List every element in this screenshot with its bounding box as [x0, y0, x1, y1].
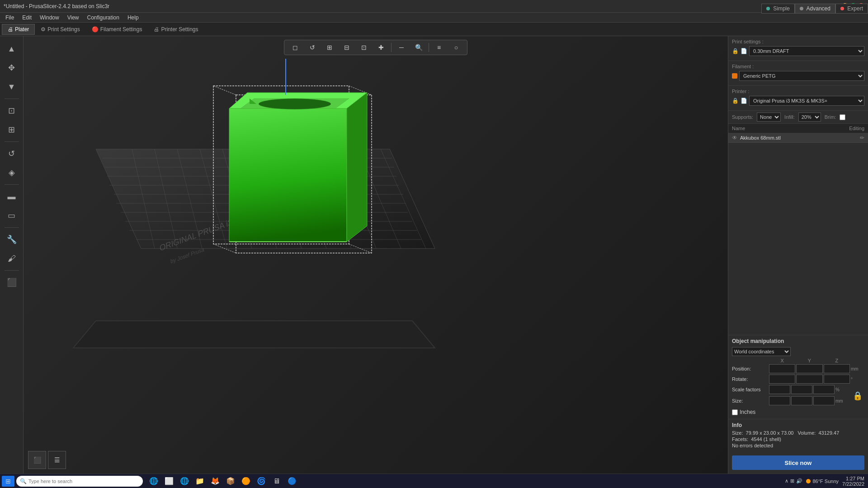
menu-configuration[interactable]: Configuration — [84, 14, 123, 22]
menu-help[interactable]: Help — [124, 14, 142, 22]
size-row: Size: 79.99 23 73 mm — [732, 396, 849, 405]
clock-time: 1:27 PM — [842, 476, 864, 481]
taskbar-clock[interactable]: 1:27 PM 7/22/2022 — [842, 476, 864, 487]
tool-scale[interactable]: ⊞ — [3, 121, 21, 139]
mode-expert-button[interactable]: Expert — [835, 4, 868, 14]
vp-tool-center[interactable]: ✚ — [373, 41, 389, 54]
info-errors-text: No errors detected — [732, 443, 773, 448]
weather-status[interactable]: 86°F Sunny — [806, 479, 839, 484]
inches-checkbox[interactable] — [732, 409, 738, 415]
menu-file[interactable]: File — [2, 14, 18, 22]
size-y-input[interactable]: 23 — [791, 396, 812, 405]
taskbar-app-circle[interactable]: 🔵 — [285, 475, 299, 488]
taskbar-app-browser2[interactable]: 🌀 — [254, 475, 269, 488]
tab-printer-settings[interactable]: 🖨 Printer Settings — [148, 24, 204, 35]
network-icon[interactable]: ⊞ — [790, 478, 794, 484]
chevron-up-icon[interactable]: ∧ — [785, 478, 788, 484]
viewport[interactable]: ◻ ↺ ⊞ ⊟ ⊡ ✚ ─ 🔍 ≡ ○ — [24, 36, 728, 474]
view-layers-button[interactable]: ☰ — [48, 451, 66, 469]
tab-plater[interactable]: 🖨 Plater — [2, 24, 35, 35]
taskbar-app-cortana[interactable]: 🌐 — [146, 475, 161, 488]
svg-line-27 — [213, 86, 236, 95]
start-button[interactable]: ⊞ — [2, 476, 14, 487]
axis-y-header: Y — [796, 358, 822, 363]
tool-cut[interactable]: ◈ — [3, 164, 21, 182]
vp-tool-add[interactable]: ⊞ — [321, 41, 338, 54]
filament-icon: 🔴 — [92, 26, 99, 33]
coord-system-select[interactable]: World coordinates Local coordinates — [732, 347, 791, 356]
main-area: ▲ ✥ ▼ ⊡ ⊞ ↺ ◈ ▬ ▭ 🔧 🖌 ⬛ ◻ ↺ ⊞ ⊟ ⊡ ✚ — [0, 36, 868, 474]
position-label: Position: — [732, 366, 768, 371]
speaker-icon[interactable]: 🔊 — [796, 478, 802, 484]
supports-select[interactable]: None — [757, 113, 781, 122]
taskbar-search-box[interactable]: 🔍 — [16, 476, 143, 487]
position-z-input[interactable]: 36.5 — [824, 364, 850, 373]
printer-select[interactable]: Original Prusa i3 MK3S & MK3S+ — [749, 96, 864, 106]
vp-tool-list[interactable]: ≡ — [431, 41, 447, 54]
print-settings-icon: ⚙ — [41, 26, 46, 33]
scale-y-input[interactable]: 100 — [791, 385, 812, 394]
object-visible-icon[interactable]: 👁 — [732, 135, 737, 141]
brim-label: Brim: — [825, 114, 836, 120]
printer-label: Printer : — [732, 89, 864, 94]
brim-checkbox[interactable] — [840, 114, 845, 120]
object-edit-icon[interactable]: ✏ — [860, 135, 864, 141]
tool-select[interactable]: ⊡ — [3, 102, 21, 120]
vp-tool-box-select[interactable]: ◻ — [287, 41, 303, 54]
lock-icon[interactable]: 🔒 — [851, 389, 864, 403]
tool-move[interactable]: ✥ — [3, 59, 21, 77]
object-list-item[interactable]: 👁 Akkubox 68mm.stl ✏ — [728, 133, 868, 143]
size-z-input[interactable]: 73 — [813, 396, 835, 405]
left-toolbar: ▲ ✥ ▼ ⊡ ⊞ ↺ ◈ ▬ ▭ 🔧 🖌 ⬛ — [0, 36, 24, 474]
vp-tool-mirror[interactable]: ─ — [393, 41, 410, 54]
position-y-input[interactable]: 105 — [796, 364, 822, 373]
scale-x-input[interactable]: 100 — [769, 385, 790, 394]
info-facets-value: 4544 (1 shell) — [751, 436, 781, 442]
tool-rotate[interactable]: ↺ — [3, 145, 21, 163]
size-x-input[interactable]: 79.99 — [769, 396, 790, 405]
tool-layer-flat[interactable]: ▬ — [3, 188, 21, 206]
tool-layer[interactable]: ▭ — [3, 206, 21, 225]
print-settings-row: 🔒 📄 0.30mm DRAFT — [732, 46, 864, 56]
position-x-input[interactable]: 125 — [769, 364, 795, 373]
filament-select[interactable]: Generic PETG — [739, 71, 864, 81]
taskbar-app-prusa[interactable]: 🟠 — [239, 475, 253, 488]
svg-point-37 — [259, 99, 331, 109]
taskbar-app-explorer[interactable]: 📁 — [193, 475, 207, 488]
taskbar-app-firefox[interactable]: 🦊 — [208, 475, 222, 488]
taskbar-app-edge[interactable]: 🌐 — [177, 475, 192, 488]
scale-unit: % — [835, 387, 849, 392]
tool-move-up[interactable]: ▲ — [3, 40, 21, 58]
infill-select[interactable]: 20% — [798, 113, 821, 122]
print-settings-select[interactable]: 0.30mm DRAFT — [749, 46, 864, 56]
mode-bar: Simple Advanced Expert — [761, 4, 868, 14]
rotate-y-input[interactable]: 0 — [796, 375, 822, 384]
rotate-x-input[interactable]: 0 — [769, 375, 795, 384]
vp-tool-copy[interactable]: ⊡ — [356, 41, 372, 54]
menu-view[interactable]: View — [64, 14, 83, 22]
slice-button[interactable]: Slice now — [732, 455, 864, 470]
tool-support[interactable]: 🔧 — [3, 230, 21, 249]
tab-print-settings[interactable]: ⚙ Print Settings — [35, 24, 85, 35]
rotate-z-input[interactable]: 0 — [824, 375, 850, 384]
mode-advanced-button[interactable]: Advanced — [795, 4, 835, 14]
taskbar-app-monitor[interactable]: 🖥 — [269, 475, 284, 488]
taskbar-app-taskview[interactable]: ⬜ — [162, 475, 176, 488]
info-size-value: 79.99 x 23.00 x 73.00 — [746, 430, 794, 436]
vp-tool-rotate[interactable]: ↺ — [304, 41, 321, 54]
vp-tool-circle[interactable]: ○ — [448, 41, 464, 54]
menu-edit[interactable]: Edit — [19, 14, 35, 22]
scale-z-input[interactable]: 100 — [813, 385, 835, 394]
vp-tool-remove[interactable]: ⊟ — [339, 41, 355, 54]
viewport-toolbar: ◻ ↺ ⊞ ⊟ ⊡ ✚ ─ 🔍 ≡ ○ — [284, 40, 467, 55]
taskbar-search-input[interactable] — [28, 479, 128, 484]
tool-brush[interactable]: 🖌 — [3, 249, 21, 267]
menu-window[interactable]: Window — [36, 14, 63, 22]
tool-3d-view[interactable]: ⬛ — [3, 273, 21, 291]
taskbar-app-store[interactable]: 📦 — [223, 475, 238, 488]
mode-simple-button[interactable]: Simple — [761, 4, 795, 14]
tab-filament-settings[interactable]: 🔴 Filament Settings — [86, 24, 148, 35]
tool-move-down[interactable]: ▼ — [3, 78, 21, 96]
vp-tool-search[interactable]: 🔍 — [410, 41, 427, 54]
view-3d-button[interactable]: ⬛ — [28, 451, 46, 469]
